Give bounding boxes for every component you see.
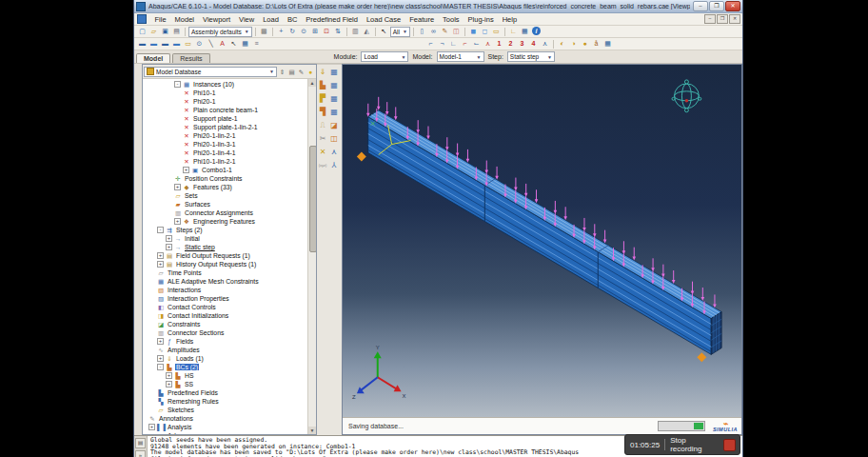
tree-item-plain-concrete-beam-1[interactable]: ✕Plain concrete beam-1 <box>143 106 307 114</box>
tree-item-field-output-requests-1[interactable]: +▤Field Output Requests (1) <box>143 251 307 260</box>
menu-file[interactable]: File <box>150 15 170 24</box>
tree-item-time-points[interactable]: ▱Time Points <box>143 268 307 277</box>
menu-load[interactable]: Load <box>259 15 284 24</box>
query-information-button[interactable]: (xyz) <box>317 160 328 171</box>
command-line-icon[interactable]: » <box>135 450 146 457</box>
tree-item-bcs-2[interactable]: -▙BCs (2) <box>143 363 307 371</box>
view-4-icon[interactable]: 4 <box>528 39 539 49</box>
edit-attributes-icon[interactable]: ✎ <box>297 68 306 76</box>
tree-item-sketches[interactable]: ▱Sketches <box>143 406 307 414</box>
tree-expander-icon[interactable]: + <box>183 167 189 173</box>
tree-item-engineering-features[interactable]: +❖Engineering Features <box>143 217 307 226</box>
model-combo[interactable]: Model-1▼ <box>437 51 484 62</box>
tree-item-constraints[interactable]: ◪Constraints <box>143 320 307 328</box>
menu-bc[interactable]: BC <box>283 15 301 24</box>
view-top-icon[interactable]: ∟ <box>448 39 459 49</box>
color-code-combo[interactable]: Assembly defaults▼ <box>188 27 252 37</box>
tree-item-position-constraints[interactable]: ✛Position Constraints <box>143 174 307 183</box>
selection-filter-combo[interactable]: All▼ <box>390 27 410 37</box>
menu-load-case[interactable]: Load Case <box>362 15 404 24</box>
help-info-icon[interactable]: i <box>531 27 542 36</box>
tree-expander-icon[interactable]: + <box>174 184 181 190</box>
close-button[interactable]: ✕ <box>725 1 740 11</box>
tree-item-phi20-1-lin-3-1[interactable]: ✕Phi20-1-lin-3-1 <box>143 140 307 149</box>
zoom-tool-icon[interactable]: ⊙ <box>194 39 205 49</box>
tree-expander-icon[interactable]: + <box>166 235 172 242</box>
view-bottom-icon[interactable]: ⌐ <box>460 39 470 49</box>
create-load-button[interactable]: ⇓ <box>317 67 328 78</box>
tree-item-interaction-properties[interactable]: ▨Interaction Properties <box>143 294 307 303</box>
scrollbar-thumb[interactable] <box>309 146 316 252</box>
field-output-icon-3[interactable]: ▬ <box>160 39 170 49</box>
tree-item-steps-2[interactable]: -⇶Steps (2) <box>143 226 307 234</box>
tree-item-history-output-requests-1[interactable]: +▤History Output Requests (1) <box>143 260 307 268</box>
load-manager-button[interactable]: ▦ <box>328 67 340 78</box>
create-partition-button[interactable]: ◫ <box>328 133 340 145</box>
create-bc-button[interactable]: ▙ <box>317 80 328 91</box>
save-view-icon[interactable]: ● <box>580 39 590 49</box>
view-2-icon[interactable]: 2 <box>505 39 516 49</box>
tree-item-phi20-1[interactable]: ✕Phi20-1 <box>143 97 307 106</box>
create-load-case-button[interactable]: ▜ <box>317 107 328 118</box>
view-rotate-icon[interactable]: ⋏ <box>483 39 493 49</box>
title-bar[interactable]: Abaqus/CAE 6.10-1 - Model Database: D:\L… <box>134 0 742 13</box>
scroll-up-icon[interactable]: ▲ <box>308 79 316 87</box>
menu-view[interactable]: View <box>235 15 259 24</box>
query-info-icon[interactable]: ▥ <box>350 27 361 36</box>
view-front-icon[interactable]: ⌐ <box>425 39 436 49</box>
menu-viewport[interactable]: Viewport <box>199 15 235 24</box>
tree-expander-icon[interactable]: - <box>157 364 164 370</box>
magnify-view-icon[interactable]: ⊙ <box>299 27 309 36</box>
message-area-icon[interactable]: ▤ <box>135 438 146 448</box>
create-reference-point-button[interactable]: ✕ <box>317 147 328 158</box>
fit-view-icon[interactable]: ⊡ <box>322 27 332 36</box>
tree-item-analysis[interactable]: +▌▐Analysis <box>143 423 307 431</box>
tree-item-hs[interactable]: +▙HS <box>143 371 307 380</box>
render-hidden-icon[interactable]: ◻ <box>480 27 490 36</box>
copy-model-icon[interactable]: ▤ <box>287 68 296 76</box>
viewport-canvas[interactable]: Y X Z <box>343 65 741 417</box>
options-table-icon[interactable]: ▦ <box>520 27 530 36</box>
activate-viewport-icon[interactable]: ◫ <box>451 27 462 36</box>
menu-feature[interactable]: Feature <box>405 15 439 24</box>
rotate-view-icon[interactable]: ↻ <box>287 27 298 36</box>
tree-expander-icon[interactable]: + <box>166 381 172 387</box>
tree-item-connector-assignments[interactable]: ▥Connector Assignments <box>143 209 307 217</box>
print-icon[interactable]: ▤ <box>171 27 182 36</box>
tree-item-connector-sections[interactable]: ▥Connector Sections <box>143 328 307 337</box>
field-output-icon-2[interactable]: ▬ <box>148 39 159 49</box>
create-amplitude-button[interactable]: ⎍ <box>317 120 328 131</box>
annotation-text-icon[interactable]: A <box>217 39 227 49</box>
select-cursor-icon[interactable]: ↖ <box>379 27 389 36</box>
stop-icon[interactable] <box>723 439 736 451</box>
viewport-1[interactable]: Y X Z Saving database... <box>342 64 742 435</box>
minimize-button[interactable]: – <box>693 1 708 11</box>
tree-expander-icon[interactable]: - <box>157 227 164 233</box>
tree-item-predefined-fields[interactable]: ▙Predefined Fields <box>143 388 307 397</box>
tree-item-ale-adaptive-mesh-constraints[interactable]: ▦ALE Adaptive Mesh Constraints <box>143 277 307 286</box>
viewport-annotation-icon[interactable]: ✎ <box>440 27 450 36</box>
tree-scrollbar[interactable]: ▲ ▼ <box>307 79 316 434</box>
concrete-beam-model[interactable] <box>368 110 721 355</box>
tree-item-initial[interactable]: +→Initial <box>143 234 307 243</box>
table-icon[interactable]: ▦ <box>240 39 250 49</box>
create-datum-button[interactable]: ⋏ <box>328 147 340 158</box>
render-style-combo-icon[interactable]: ▩ <box>259 27 269 36</box>
menu-model[interactable]: Model <box>170 15 198 24</box>
spin-model-icon[interactable]: ⇕ <box>278 68 286 76</box>
menu-predefined-field[interactable]: Predefined Field <box>302 15 363 24</box>
tree-item-remeshing-rules[interactable]: ▚Remeshing Rules <box>143 397 307 406</box>
draw-arrow-icon[interactable]: ╲ <box>206 39 216 49</box>
tree-item-phi10-1[interactable]: ✕Phi10-1 <box>143 89 307 97</box>
bc-manager-button[interactable]: ▦ <box>328 80 340 91</box>
view-3-icon[interactable]: 3 <box>517 39 527 49</box>
mdi-restore-button[interactable]: ❐ <box>717 14 728 24</box>
view-1-icon[interactable]: 1 <box>494 39 504 49</box>
create-set-button[interactable]: ✂ <box>317 133 328 145</box>
stop-recording-button[interactable]: Stop recording <box>665 436 723 453</box>
free-body-cut-button[interactable]: ◪ <box>328 120 340 131</box>
tree-item-sets[interactable]: ▱Sets <box>143 191 307 200</box>
tree-item-jobs[interactable]: ▣Jobs <box>143 431 307 434</box>
create-predefined-field-button[interactable]: ▛ <box>317 93 328 105</box>
perspective-off-icon[interactable]: ◑ <box>568 39 579 49</box>
